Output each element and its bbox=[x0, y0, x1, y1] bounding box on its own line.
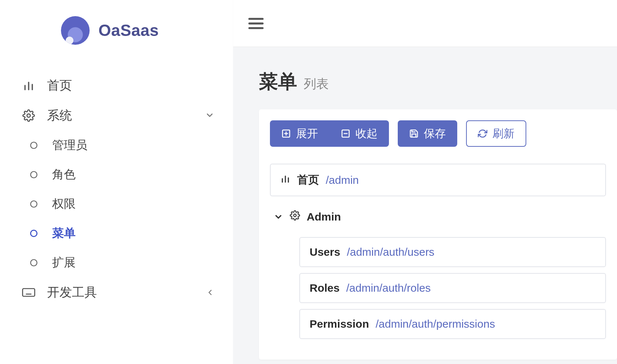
chevron-down-icon[interactable] bbox=[274, 212, 283, 222]
sidebar-item-admins[interactable]: 管理员 bbox=[0, 131, 233, 160]
sidebar-item-label: 首页 bbox=[47, 77, 214, 94]
tree-node-path: /admin/auth/roles bbox=[346, 282, 431, 294]
button-label: 保存 bbox=[424, 126, 446, 141]
collapse-button[interactable]: 收起 bbox=[329, 120, 389, 147]
tree-child-row[interactable]: Users /admin/auth/users bbox=[299, 237, 606, 267]
topbar bbox=[233, 0, 617, 47]
sidebar-item-devtools[interactable]: 开发工具 bbox=[0, 277, 233, 307]
button-label: 收起 bbox=[356, 126, 378, 141]
circle-icon bbox=[26, 170, 41, 179]
sidebar-item-menu[interactable]: 菜单 bbox=[0, 219, 233, 248]
plus-square-icon bbox=[281, 129, 291, 138]
svg-point-26 bbox=[294, 214, 296, 217]
svg-point-7 bbox=[30, 230, 37, 236]
circle-icon bbox=[26, 141, 41, 150]
svg-point-5 bbox=[30, 171, 37, 178]
svg-point-6 bbox=[30, 201, 37, 207]
sidebar-item-label: 管理员 bbox=[52, 137, 214, 153]
tree-node-name: Admin bbox=[307, 211, 341, 223]
sidebar-item-label: 权限 bbox=[52, 196, 214, 212]
brand-title: OaSaas bbox=[98, 21, 159, 40]
page-heading: 菜单 列表 bbox=[259, 69, 617, 95]
toolbar: 展开 收起 保存 bbox=[270, 120, 606, 147]
svg-point-3 bbox=[27, 114, 30, 117]
tree-node-path: /admin bbox=[326, 174, 359, 186]
button-label: 刷新 bbox=[492, 126, 515, 141]
circle-icon bbox=[26, 199, 41, 209]
panel: 展开 收起 保存 bbox=[259, 109, 617, 360]
bar-chart-icon bbox=[21, 79, 36, 92]
content: 菜单 列表 展开 收起 bbox=[233, 47, 617, 364]
tree-node-path: /admin/auth/users bbox=[347, 246, 434, 258]
sidebar-item-label: 角色 bbox=[52, 167, 214, 183]
tree-node-name: Roles bbox=[310, 282, 340, 294]
tree-root-row[interactable]: 首页 /admin bbox=[270, 164, 606, 196]
sidebar-item-label: 菜单 bbox=[52, 225, 214, 241]
chevron-down-icon bbox=[205, 109, 214, 123]
tree-node-name: Users bbox=[310, 246, 340, 258]
tree-node-name: Permission bbox=[310, 318, 369, 330]
chevron-left-icon bbox=[206, 285, 214, 300]
svg-point-8 bbox=[30, 259, 37, 266]
sidebar: OaSaas 首页 系统 bbox=[0, 0, 233, 364]
sidebar-item-system[interactable]: 系统 bbox=[0, 101, 233, 131]
sidebar-item-label: 开发工具 bbox=[47, 284, 195, 301]
tree-node-path: /admin/auth/permissions bbox=[376, 318, 495, 330]
gear-icon bbox=[290, 210, 300, 223]
save-button[interactable]: 保存 bbox=[398, 120, 457, 147]
keyboard-icon bbox=[21, 287, 36, 298]
main: 菜单 列表 展开 收起 bbox=[233, 0, 617, 364]
refresh-button[interactable]: 刷新 bbox=[466, 120, 526, 147]
tree-children: Users /admin/auth/users Roles /admin/aut… bbox=[299, 237, 606, 339]
tree-child-row[interactable]: Permission /admin/auth/permissions bbox=[299, 309, 606, 339]
svg-rect-9 bbox=[23, 289, 35, 296]
button-label: 展开 bbox=[296, 126, 318, 141]
tree-child-row[interactable]: Roles /admin/auth/roles bbox=[299, 273, 606, 303]
gear-icon bbox=[21, 109, 36, 122]
sidebar-nav: 首页 系统 管理员 bbox=[0, 59, 233, 307]
save-icon bbox=[409, 129, 419, 138]
bar-chart-icon bbox=[280, 174, 291, 186]
brand: OaSaas bbox=[0, 0, 233, 59]
brand-logo-icon bbox=[61, 16, 90, 45]
sidebar-item-permissions[interactable]: 权限 bbox=[0, 189, 233, 219]
tree-admin-group[interactable]: Admin bbox=[270, 202, 606, 231]
sidebar-item-extensions[interactable]: 扩展 bbox=[0, 248, 233, 277]
sidebar-item-home[interactable]: 首页 bbox=[0, 70, 233, 101]
page-title: 菜单 bbox=[259, 69, 297, 95]
expand-button[interactable]: 展开 bbox=[270, 120, 329, 147]
svg-point-4 bbox=[30, 142, 37, 148]
tree-node-name: 首页 bbox=[297, 172, 319, 188]
minus-square-icon bbox=[341, 129, 350, 138]
page-subtitle: 列表 bbox=[304, 76, 329, 92]
sidebar-item-label: 扩展 bbox=[52, 255, 214, 271]
hamburger-icon[interactable] bbox=[248, 17, 264, 30]
sidebar-item-roles[interactable]: 角色 bbox=[0, 160, 233, 189]
sidebar-item-label: 系统 bbox=[47, 107, 194, 124]
circle-icon bbox=[26, 229, 41, 238]
circle-icon bbox=[26, 258, 41, 267]
refresh-icon bbox=[478, 129, 487, 138]
